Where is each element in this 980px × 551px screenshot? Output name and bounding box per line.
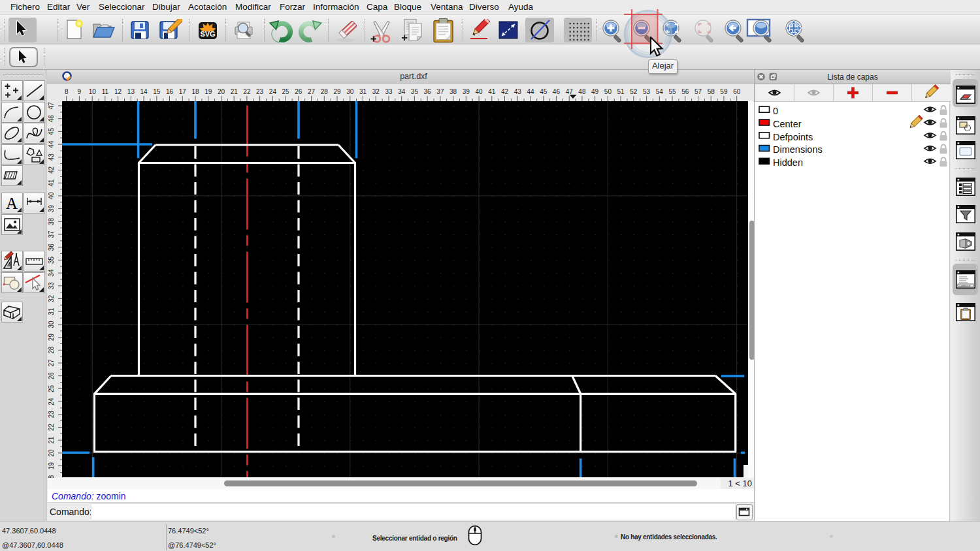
svg-text:49: 49 [591, 88, 599, 95]
svg-text:39: 39 [48, 205, 55, 213]
svg-text:54: 54 [656, 88, 664, 95]
svg-text:34: 34 [48, 269, 55, 277]
svg-text:12: 12 [114, 88, 122, 95]
svg-text:Defpoints: Defpoints [773, 132, 813, 142]
svg-text:55: 55 [668, 88, 676, 95]
svg-text:0: 0 [773, 106, 778, 116]
svg-text:44: 44 [527, 88, 534, 95]
svg-text:33: 33 [48, 282, 55, 290]
svg-text:44: 44 [48, 140, 55, 148]
svg-text:20: 20 [218, 88, 225, 95]
svg-text:28: 28 [321, 88, 329, 95]
svg-text:32: 32 [48, 295, 55, 303]
svg-text:57: 57 [694, 88, 702, 95]
svg-text:31: 31 [48, 307, 55, 315]
svg-text:command: command [959, 285, 970, 287]
svg-text:50: 50 [604, 88, 612, 95]
svg-text:35: 35 [48, 256, 55, 264]
svg-text:18: 18 [191, 88, 199, 95]
svg-text:23: 23 [48, 411, 55, 418]
svg-text:22: 22 [243, 88, 251, 95]
svg-text:42: 42 [48, 166, 55, 174]
svg-text:23: 23 [256, 88, 264, 95]
svg-text:43: 43 [514, 88, 522, 95]
svg-text:40: 40 [48, 192, 55, 200]
svg-text:52: 52 [630, 88, 638, 95]
svg-text:14: 14 [140, 88, 148, 95]
svg-text:38: 38 [48, 217, 55, 225]
svg-text:22: 22 [48, 424, 55, 432]
svg-text:34: 34 [398, 88, 406, 95]
svg-text:47: 47 [48, 102, 55, 110]
svg-text:Center: Center [773, 119, 802, 129]
svg-text:45: 45 [540, 88, 547, 95]
svg-text:36: 36 [48, 244, 55, 251]
svg-text:Dimensions: Dimensions [773, 144, 823, 155]
svg-text:48: 48 [578, 88, 586, 95]
svg-text:11: 11 [102, 88, 109, 95]
svg-text:31: 31 [359, 88, 367, 95]
svg-text:45: 45 [48, 127, 55, 135]
svg-text:10: 10 [89, 88, 97, 95]
svg-text:46: 46 [553, 88, 561, 95]
svg-text:36: 36 [424, 88, 432, 95]
svg-text:37: 37 [48, 230, 55, 238]
svg-text:28: 28 [48, 346, 55, 354]
svg-text:21: 21 [231, 88, 238, 95]
svg-text:35: 35 [411, 88, 419, 95]
svg-text:13: 13 [127, 88, 135, 95]
svg-text:53: 53 [643, 88, 651, 95]
svg-text:15: 15 [153, 88, 161, 95]
svg-text:27: 27 [48, 359, 55, 367]
svg-text:41: 41 [488, 88, 496, 95]
svg-text:19: 19 [48, 462, 55, 470]
svg-text:46: 46 [48, 115, 55, 123]
svg-text:32: 32 [372, 88, 380, 95]
svg-text:40: 40 [476, 88, 483, 95]
svg-text:39: 39 [463, 88, 470, 95]
svg-text:30: 30 [48, 321, 55, 328]
svg-text:19: 19 [204, 88, 212, 95]
svg-text:16: 16 [166, 88, 174, 95]
svg-text:47: 47 [566, 88, 574, 95]
svg-text:59: 59 [720, 88, 728, 95]
svg-text:25: 25 [48, 385, 55, 392]
svg-text:A: A [6, 195, 18, 212]
svg-text:26: 26 [295, 88, 302, 95]
svg-text:37: 37 [436, 88, 444, 95]
svg-text:24: 24 [48, 398, 55, 405]
svg-text:27: 27 [308, 88, 316, 95]
svg-text:42: 42 [501, 88, 509, 95]
svg-text:56: 56 [681, 88, 689, 95]
svg-text:33: 33 [385, 88, 393, 95]
svg-text:17: 17 [179, 88, 187, 95]
svg-text:8: 8 [65, 88, 69, 95]
svg-text:38: 38 [449, 88, 457, 95]
svg-text:Hidden: Hidden [773, 157, 803, 168]
svg-text:21: 21 [48, 436, 55, 444]
svg-text:26: 26 [48, 372, 55, 380]
svg-text:24: 24 [269, 88, 277, 95]
svg-text:60: 60 [733, 88, 741, 95]
svg-text:20: 20 [48, 449, 55, 457]
svg-text:41: 41 [48, 179, 55, 187]
svg-text:9: 9 [78, 88, 82, 95]
svg-text:58: 58 [708, 88, 715, 95]
svg-text:51: 51 [617, 88, 625, 95]
svg-text:30: 30 [346, 88, 354, 95]
svg-text:29: 29 [48, 334, 55, 341]
svg-text:43: 43 [48, 153, 55, 161]
svg-text:29: 29 [333, 88, 341, 95]
svg-text:25: 25 [282, 88, 290, 95]
